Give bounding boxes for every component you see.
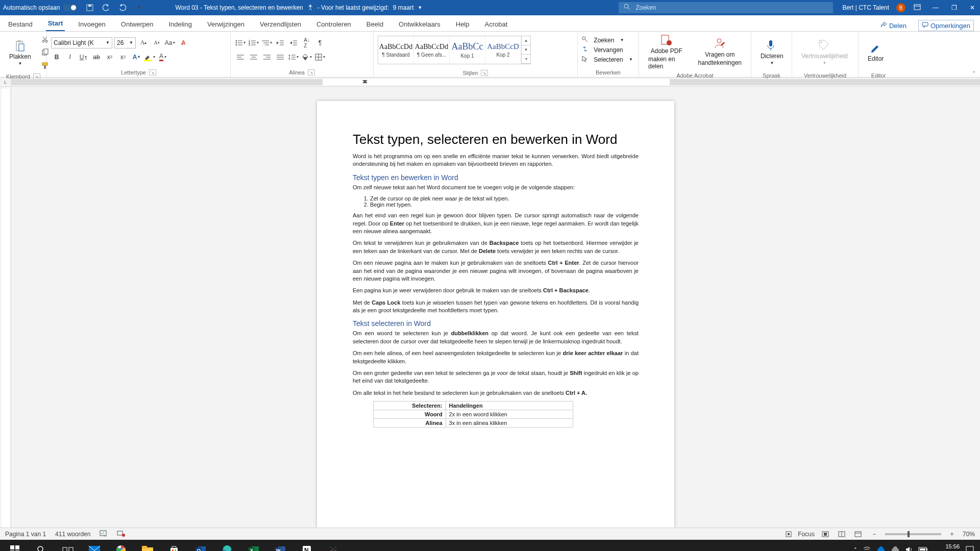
p-backspace[interactable]: Om tekst te verwijderen kun je gebruikma… [353,239,639,255]
p-tripleclick[interactable]: Om een hele alinea, of een heel aaneenge… [353,349,639,365]
tab-ontwikkelaars[interactable]: Ontwikkelaars [397,17,443,31]
undo-icon[interactable] [101,2,112,13]
justify-icon[interactable] [275,52,286,63]
paste-button[interactable]: Plakken ▼ [4,34,36,71]
volume-icon[interactable] [905,546,913,551]
replace-button[interactable]: Vervangen [582,46,633,54]
select-table[interactable]: Selecteren:Handelingen Woord2x in een wo… [373,401,573,428]
p-enter[interactable]: Aan het eind van een regel kun je gewoon… [353,212,639,235]
highlight-icon[interactable] [144,52,155,63]
intro-paragraph[interactable]: Word is hét programma om op een snelle e… [353,153,639,168]
mail-app-icon[interactable] [83,540,106,551]
request-signatures-button[interactable]: Vragen om handtekeningen [693,34,747,70]
comments-button[interactable]: Opmerkingen [918,20,974,31]
start-button[interactable] [3,540,27,551]
p-shift[interactable]: Om een groter gedeelte van een tekst te … [353,369,639,385]
word-icon[interactable]: W [268,540,292,551]
notifications-icon[interactable] [966,546,974,551]
maximize-icon[interactable]: ❐ [949,4,959,11]
macro-record-icon[interactable] [117,530,125,538]
font-color-icon[interactable]: A [157,52,168,63]
dialog-launcher-icon[interactable]: ↘ [308,69,315,76]
outlook-icon[interactable]: O [189,540,212,551]
redo-icon[interactable] [117,2,128,13]
style-standaard[interactable]: AaBbCcDd¶ Standaard [378,36,414,64]
bullets-icon[interactable] [235,37,246,48]
spellcheck-icon[interactable] [100,530,108,538]
bold-icon[interactable]: B [51,52,62,63]
p-capslock[interactable]: Met de Caps Lock toets kun je wisselen t… [353,299,639,315]
vertical-ruler[interactable] [0,87,11,528]
tray-overflow-icon[interactable]: ˄ [854,547,857,552]
tab-help[interactable]: Help [454,17,472,31]
excel-icon[interactable]: X [242,540,265,551]
horizontal-ruler[interactable] [11,78,980,87]
styles-gallery[interactable]: AaBbCcDd¶ Standaard AaBbCcDd¶ Geen afs..… [378,36,531,64]
tab-bestand[interactable]: Bestand [6,17,35,31]
tab-start[interactable]: Start [46,16,65,31]
page[interactable]: Tekst typen, selecteren en bewerken in W… [317,101,674,528]
ribbon-display-icon[interactable] [913,4,922,12]
onedrive-icon[interactable] [877,547,885,552]
snip-icon[interactable] [322,540,345,551]
last-saved-value[interactable]: 9 maart [393,4,414,11]
heading-selecteren[interactable]: Tekst selecteren in Word [353,319,639,328]
tab-beeld[interactable]: Beeld [364,17,385,31]
dialog-launcher-icon[interactable]: ↘ [481,70,488,76]
doc-heading[interactable]: Tekst typen, selecteren en bewerken in W… [353,132,639,147]
chevron-down-icon[interactable]: ▼ [418,5,423,10]
read-mode-icon[interactable] [836,530,847,539]
search-taskbar-icon[interactable] [30,540,53,551]
p-ctrla[interactable]: Om alle tekst in het hele bestand te sel… [353,389,639,397]
shrink-font-icon[interactable]: A▾ [151,37,162,48]
p-dblclick[interactable]: Om een woord te selecteren kun je dubbel… [353,330,639,345]
gallery-more-icon[interactable]: ▾ [522,55,530,64]
print-layout-icon[interactable] [820,530,831,539]
zoom-out-icon[interactable]: − [869,530,880,539]
sensitivity-button[interactable]: Vertrouwelijkheid▼ [796,34,853,70]
show-marks-icon[interactable]: ¶ [314,37,326,48]
clear-format-icon[interactable]: A̷ [178,37,189,48]
list-item[interactable]: Begin met typen. [370,202,639,208]
zoom-slider[interactable] [885,533,941,535]
save-icon[interactable] [84,2,95,13]
zoom-in-icon[interactable]: + [946,530,958,539]
find-button[interactable]: Zoeken ▼ [582,36,633,44]
align-right-icon[interactable] [261,52,273,63]
decrease-indent-icon[interactable] [275,37,286,48]
tab-controleren[interactable]: Controleren [314,17,353,31]
user-avatar[interactable]: B [896,3,905,12]
font-name-combo[interactable]: Calibri Light (K▼ [51,37,112,48]
shading-icon[interactable] [301,52,312,63]
p-steps[interactable]: Om zelf nieuwe tekst aan het Word docume… [353,184,639,191]
steps-list[interactable]: Zet de cursor op de plek neer waar je de… [370,195,639,208]
line-spacing-icon[interactable] [288,52,299,63]
increase-indent-icon[interactable] [288,37,299,48]
battery-icon[interactable] [919,547,928,551]
user-name[interactable]: Bert | CTC Talent [842,4,889,11]
search-box[interactable]: Zoeken [619,2,833,13]
dictate-button[interactable]: Dicteren▼ [755,34,789,70]
tab-verzendlijsten[interactable]: Verzendlijsten [258,17,303,31]
list-item[interactable]: Zet de cursor op de plek neer waar je de… [370,195,639,202]
explorer-icon[interactable] [136,540,159,551]
style-kop2[interactable]: AaBbCcDKop 2 [485,36,521,64]
editor-button[interactable]: Editor [863,34,889,70]
underline-icon[interactable]: U [78,52,89,63]
share-button[interactable]: Delen [877,20,910,31]
tab-acrobat[interactable]: Acrobat [483,17,510,31]
align-center-icon[interactable] [248,52,259,63]
web-layout-icon[interactable] [852,530,864,539]
status-page[interactable]: Pagina 1 van 1 [5,531,46,538]
task-view-icon[interactable] [56,540,80,551]
edge-icon[interactable] [215,540,239,551]
strike-icon[interactable]: ab [91,52,102,63]
heading-typen[interactable]: Tekst typen en bewerken in Word [353,173,639,182]
adobe-pdf-button[interactable]: Adobe PDF maken en delen [643,34,690,70]
minimize-icon[interactable]: — [931,4,940,11]
multilevel-icon[interactable] [261,37,273,48]
qat-more-icon[interactable]: ▾ [133,2,144,13]
borders-icon[interactable] [314,52,326,63]
italic-icon[interactable]: I [64,52,76,63]
indent-marker-icon[interactable] [362,78,368,85]
